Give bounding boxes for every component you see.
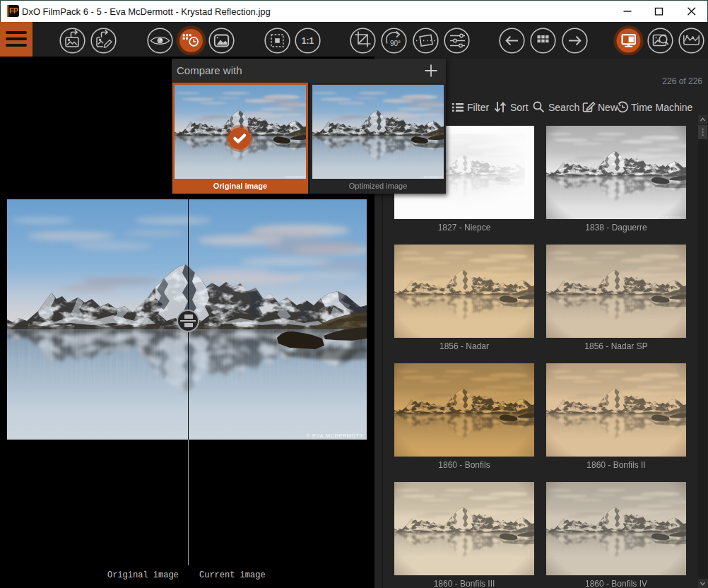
svg-text:1:1: 1:1 <box>301 36 314 46</box>
svg-text:90°: 90° <box>390 40 401 47</box>
